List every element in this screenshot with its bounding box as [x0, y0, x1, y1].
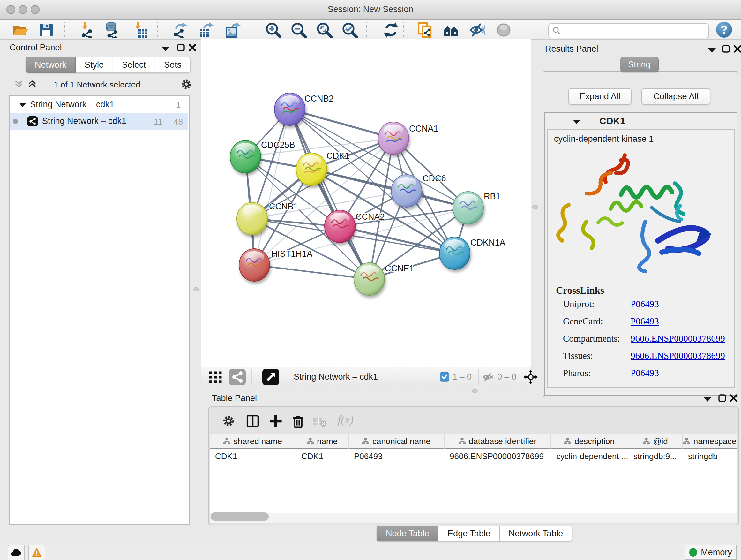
expand-triangle-icon[interactable] [19, 103, 26, 107]
column-header-namespace[interactable]: namespace [683, 434, 737, 449]
network-tree-row[interactable]: String Network – cdk11148 [10, 113, 188, 130]
panel-float-icon[interactable] [703, 396, 712, 402]
column-type-icon [223, 438, 230, 444]
column-header-database-identifier[interactable]: database identifier [445, 434, 551, 449]
clone-network-icon[interactable] [417, 22, 433, 38]
tab-style[interactable]: Style [76, 57, 113, 73]
network-node-ccna1[interactable] [378, 122, 409, 154]
network-share-icon[interactable] [229, 369, 246, 385]
network-node-cdk1[interactable] [296, 153, 327, 186]
network-graph[interactable]: CCNB2CCNA1CDC25BCDK1CDC6RB1CCNB1CCNA2CDK… [201, 39, 531, 367]
collapse-all-button[interactable]: Collapse All [642, 88, 711, 105]
column-header-canonical-name[interactable]: canonical name [349, 434, 445, 449]
crosslink-value-link[interactable]: 9606.ENSP00000378699 [630, 333, 725, 344]
crosslink-value-link[interactable]: P06493 [630, 368, 659, 378]
network-node-cdc6[interactable] [391, 175, 422, 207]
crosslink-label: GeneCard: [563, 316, 603, 326]
crosslink-value-link[interactable]: P06493 [630, 316, 659, 327]
gear-icon[interactable] [181, 78, 192, 90]
open-session-icon[interactable] [11, 22, 28, 38]
gear-icon[interactable] [222, 415, 235, 428]
grid-view-icon[interactable] [208, 370, 223, 385]
network-selection-summary: 1 of 1 Network selected [3, 80, 191, 90]
scrollbar-thumb[interactable] [211, 512, 269, 521]
column-header-description[interactable]: description [551, 434, 628, 449]
network-node-ccne1[interactable] [354, 263, 385, 295]
panel-maximize-icon[interactable] [718, 394, 726, 402]
network-node-hist1h1a[interactable] [239, 249, 270, 281]
zoom-out-icon[interactable] [290, 22, 307, 38]
column-header-shared-name[interactable]: shared name [210, 434, 296, 449]
column-header-name[interactable]: name [296, 434, 349, 449]
import-network-database-icon[interactable] [104, 22, 120, 38]
toolbar-separator [521, 369, 522, 384]
table-cell[interactable]: CDK1 [210, 449, 296, 463]
table-cell[interactable]: stringdb:9... [628, 449, 683, 463]
export-image-icon[interactable] [225, 22, 241, 38]
network-node-rb1[interactable] [453, 192, 483, 224]
network-node-ccnb1[interactable] [237, 202, 267, 235]
split-columns-icon[interactable] [246, 414, 260, 428]
network-tree-row[interactable]: String Network – cdk11 [10, 97, 188, 113]
network-node-cdkn1a[interactable] [440, 237, 470, 269]
column-header--id[interactable]: @id [628, 434, 683, 449]
expand-all-button[interactable]: Expand All [568, 88, 631, 105]
network-edge[interactable] [254, 265, 369, 279]
panel-close-icon[interactable] [733, 45, 741, 53]
export-table-icon[interactable] [198, 22, 214, 38]
panel-close-icon[interactable] [730, 394, 738, 402]
table-cell[interactable]: CDK1 [296, 449, 349, 463]
tab-network-table[interactable]: Network Table [500, 525, 572, 542]
table-cell[interactable]: P06493 [349, 449, 445, 463]
panel-close-icon[interactable] [188, 44, 197, 52]
panel-float-icon[interactable] [161, 46, 170, 52]
network-node-ccnb2[interactable] [274, 93, 305, 125]
import-table-icon[interactable] [132, 22, 149, 38]
tab-node-table[interactable]: Node Table [377, 525, 439, 542]
toolbar-separator [366, 22, 367, 37]
search-input[interactable] [548, 23, 709, 38]
delete-column-icon[interactable] [291, 414, 305, 428]
add-column-icon[interactable] [269, 414, 283, 428]
table-cell[interactable]: 9606.ENSP00000378699 [445, 449, 551, 463]
import-network-icon[interactable] [78, 22, 94, 38]
zoom-fit-icon[interactable] [316, 22, 333, 38]
export-network-icon[interactable] [171, 22, 188, 38]
vertical-splitter-handle[interactable] [532, 205, 538, 209]
panel-maximize-icon[interactable] [722, 45, 730, 53]
zoom-in-icon[interactable] [265, 22, 281, 38]
crosslink-value-link[interactable]: 9606.ENSP00000378699 [630, 351, 725, 361]
tab-network[interactable]: Network [25, 57, 76, 73]
tab-select[interactable]: Select [113, 57, 155, 73]
zoom-selected-icon[interactable] [341, 22, 358, 38]
panel-float-icon[interactable] [708, 47, 716, 53]
fit-content-crosshair-icon[interactable] [523, 370, 538, 384]
network-node-cdc25b[interactable] [230, 140, 261, 173]
memory-button[interactable]: Memory [685, 545, 737, 560]
save-session-icon[interactable] [38, 22, 55, 38]
node-table[interactable]: shared namenamecanonical namedatabase id… [210, 434, 737, 513]
collapse-gene-icon[interactable] [572, 119, 581, 125]
panel-maximize-icon[interactable] [177, 44, 185, 52]
selected-checkbox-icon[interactable] [440, 372, 449, 381]
table-cell[interactable]: stringdb [683, 449, 737, 463]
node-label: CDC25B [261, 140, 295, 150]
vertical-splitter-handle[interactable] [193, 287, 199, 292]
refresh-icon[interactable] [383, 22, 399, 38]
network-canvas[interactable]: CCNB2CCNA1CDC25BCDK1CDC6RB1CCNB1CCNA2CDK… [201, 39, 531, 367]
help-icon[interactable]: ? [716, 21, 732, 38]
first-neighbors-icon[interactable] [443, 22, 459, 38]
table-cell[interactable]: cyclin-dependent ... [551, 449, 628, 463]
table-horizontal-scrollbar[interactable] [210, 513, 737, 523]
tab-edge-table[interactable]: Edge Table [439, 525, 500, 542]
crosslink-value-link[interactable]: P06493 [630, 299, 659, 309]
hide-selected-icon[interactable] [468, 22, 485, 38]
cloud-icon[interactable] [8, 545, 25, 560]
network-node-ccna2[interactable] [325, 210, 355, 243]
network-edge[interactable] [254, 109, 290, 265]
tab-string[interactable]: String [620, 57, 659, 72]
tab-sets[interactable]: Sets [155, 57, 191, 73]
warning-icon[interactable] [28, 545, 45, 560]
network-edge[interactable] [290, 109, 394, 138]
open-in-new-window-icon[interactable] [262, 369, 279, 385]
